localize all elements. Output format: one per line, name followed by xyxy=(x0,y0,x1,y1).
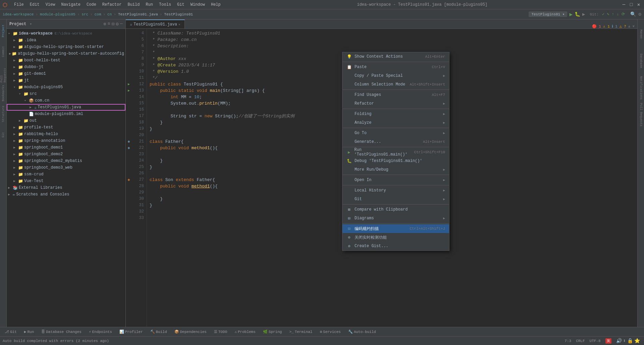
ctx-show-context-actions[interactable]: 💡 Show Context Actions Alt+Enter xyxy=(342,52,449,61)
tree-item-git-demo[interactable]: ▶ 📁 git-demo1 xyxy=(7,70,125,77)
close-button[interactable]: ✕ xyxy=(636,2,641,7)
bottom-tab-services[interactable]: ⚙ Services xyxy=(316,327,344,336)
scroll-down-icon[interactable]: ▼ xyxy=(632,24,635,28)
tree-item-vue[interactable]: ▶ 📁 Vue-Test xyxy=(7,178,125,184)
tree-item-idea[interactable]: ▶ 📁 .idea xyxy=(7,37,125,44)
status-charset[interactable]: UTF-8 xyxy=(588,339,602,343)
editor-tab-testplugins01[interactable]: ☕ TestPlugins01.java ✕ xyxy=(126,19,185,28)
menu-file[interactable]: File xyxy=(11,2,26,8)
tree-item-module-plugins05[interactable]: ▾ 📁 module-plugins05 xyxy=(7,84,125,91)
settings-button[interactable]: ⚙ xyxy=(639,11,641,17)
menu-git[interactable]: Git xyxy=(174,2,187,8)
tree-item-src[interactable]: ▾ 📁 src xyxy=(7,91,125,97)
menu-navigate[interactable]: Navigate xyxy=(58,2,83,8)
menu-code[interactable]: Code xyxy=(84,2,99,8)
tree-item-rabbitmq[interactable]: ▶ 📁 rabbitmq-hello xyxy=(7,131,125,137)
run-button[interactable]: ▶ xyxy=(569,11,573,18)
breadcrumb-src[interactable]: src xyxy=(82,12,88,16)
ctx-refactor[interactable]: Refactor ▶ xyxy=(342,99,449,108)
panel-locate-icon[interactable]: ⊕ xyxy=(103,21,106,27)
menu-refactor[interactable]: Refactor xyxy=(100,2,124,8)
ctx-git[interactable]: Git ▶ xyxy=(342,195,449,204)
tree-item-atguigu1[interactable]: ▶ 📁 atguigu-hello-spring-boot-starter xyxy=(7,44,125,50)
ctx-analyze[interactable]: Analyze ▶ xyxy=(342,118,449,127)
bottom-tab-todo[interactable]: ☰ TODO xyxy=(211,327,230,336)
panel-expand-icon[interactable]: ≡ xyxy=(107,21,110,27)
sidebar-item-pull-requests[interactable]: Pull Requests xyxy=(0,62,6,82)
tree-item-scratches[interactable]: ▶ ✏ Scratches and Consoles xyxy=(7,191,125,198)
tree-item-out[interactable]: ▶ 📁 out xyxy=(7,117,125,124)
search-everywhere-button[interactable]: 🔍 xyxy=(630,11,636,17)
breadcrumb-class[interactable]: TestPlugins01 xyxy=(164,12,193,16)
bottom-tab-problems[interactable]: ⚠ Problems xyxy=(231,327,259,336)
breadcrumb-com[interactable]: com xyxy=(95,12,101,16)
breadcrumb-workspace[interactable]: idea-workspace xyxy=(3,12,34,16)
ctx-run[interactable]: ▶ Run 'TestPlugins01.main()' Ctrl+Shift+… xyxy=(342,148,449,157)
maximize-button[interactable]: □ xyxy=(629,2,634,7)
ctx-local-history[interactable]: Local History ▶ xyxy=(342,186,449,195)
tree-item-boot-hello[interactable]: ▶ 📁 boot-hello-test xyxy=(7,57,125,64)
bottom-tab-build[interactable]: 🔨 Build xyxy=(147,327,170,336)
breadcrumb-module[interactable]: module-plugins05 xyxy=(40,12,75,16)
run-config-selector[interactable]: TestPlugins01 ▾ xyxy=(529,11,567,17)
status-lang[interactable]: 英 xyxy=(604,338,613,344)
bottom-tab-run[interactable]: ▶ Run xyxy=(21,327,37,336)
run-coverage-button[interactable]: ▶ xyxy=(582,11,585,17)
panel-close-icon[interactable]: ─ xyxy=(120,21,123,27)
menu-run[interactable]: Run xyxy=(143,2,156,8)
sidebar-item-git[interactable]: Git xyxy=(0,125,6,145)
bottom-tab-git[interactable]: ⎇ Git xyxy=(1,327,20,336)
menu-build[interactable]: Build xyxy=(125,2,142,8)
tree-item-springboot1[interactable]: ▶ 📁 springboot_demo1 xyxy=(7,144,125,151)
sidebar-maven[interactable]: Maven xyxy=(639,21,643,48)
ctx-go-to[interactable]: Go To ▶ xyxy=(342,129,449,137)
menu-tools[interactable]: Tools xyxy=(156,2,174,8)
ctx-create-gist[interactable]: ⊙ Create Gist... xyxy=(342,242,449,250)
tree-item-springboot2mybatis[interactable]: ▶ 📁 springboot_demo2_mybatis xyxy=(7,158,125,164)
menu-help[interactable]: Help xyxy=(208,2,223,8)
breadcrumb-file[interactable]: TestPlugins01.java xyxy=(118,12,158,16)
tree-item-springboot3web[interactable]: ▶ 📁 springboot_demo3_web xyxy=(7,164,125,171)
tree-item-iml[interactable]: ▶ 📄 module-plugins05.iml xyxy=(7,111,125,117)
breadcrumb-cn[interactable]: cn xyxy=(107,12,112,16)
debug-button[interactable]: 🐛 xyxy=(575,11,580,17)
tree-item-springboot2[interactable]: ▶ 📁 springboot_demo2 xyxy=(7,151,125,158)
menu-view[interactable]: View xyxy=(43,2,58,8)
ctx-debug[interactable]: 🐛 Debug 'TestPlugins01.main()' xyxy=(342,157,449,165)
tree-item-com-cn[interactable]: ▾ 📦 com.cn xyxy=(7,97,125,104)
tree-item-root[interactable]: ▾ 📁 idea-workspace E:\idea-workspace xyxy=(7,30,125,37)
bottom-tab-terminal[interactable]: >_ Terminal xyxy=(286,327,316,336)
tree-item-jt[interactable]: ▶ 📁 jt xyxy=(7,77,125,84)
panel-collapse-icon[interactable]: ⊟ xyxy=(112,21,114,27)
minimize-button[interactable]: ─ xyxy=(621,2,627,7)
tree-item-testplugins01[interactable]: ▶ ☕ TestPlugins01.java xyxy=(7,104,125,111)
ctx-paste[interactable]: 📋 Paste Ctrl+V xyxy=(342,63,449,71)
bottom-tab-endpoints[interactable]: ⚡ Endpoints xyxy=(86,327,115,336)
ctx-diagrams[interactable]: ⊟ Diagrams ▶ xyxy=(342,214,449,223)
ctx-generate[interactable]: Generate... Alt+Insert xyxy=(342,137,449,146)
tree-item-spring-annotation[interactable]: ▶ 📁 spring-annotation xyxy=(7,137,125,144)
ctx-more-run-debug[interactable]: More Run/Debug ▶ xyxy=(342,165,449,174)
sidebar-item-bookmarks[interactable]: Bookmarks xyxy=(0,83,6,103)
status-position[interactable]: 7:3 xyxy=(563,339,573,343)
ctx-close-detect[interactable]: ⊙ 关闭实时检测功能 xyxy=(342,233,449,242)
sidebar-item-project[interactable]: Project xyxy=(0,21,6,41)
tree-item-external-libs[interactable]: ▶ 📚 External Libraries xyxy=(7,184,125,191)
bottom-tab-profiler[interactable]: 📊 Profiler xyxy=(116,327,146,336)
status-crlf[interactable]: CRLF xyxy=(575,339,586,343)
scroll-up-icon[interactable]: ▲ xyxy=(628,24,631,28)
menu-edit[interactable]: Edit xyxy=(27,2,42,8)
ctx-copy-paste-special[interactable]: Copy / Paste Special ▶ xyxy=(342,71,449,80)
menu-window[interactable]: Window xyxy=(188,2,208,8)
tree-item-dubbo[interactable]: ▶ 📁 dubbo-jt xyxy=(7,64,125,70)
project-dropdown-icon[interactable]: ▾ xyxy=(30,22,32,26)
ctx-compare-clipboard[interactable]: ⊞ Compare with Clipboard xyxy=(342,205,449,214)
ctx-bianma[interactable]: ⊟ 编码规约扫描 Ctrl+Alt+Shift+J xyxy=(342,224,449,233)
ctx-column-selection[interactable]: Column Selection Mode Alt+Shift+Insert xyxy=(342,80,449,89)
tree-item-profile-test[interactable]: ▶ 📁 profile-test xyxy=(7,124,125,131)
bottom-tab-db-changes[interactable]: 🗄 Database Changes xyxy=(38,327,85,336)
bottom-tab-auto-build[interactable]: 🔧 Auto-build xyxy=(345,327,379,336)
sidebar-item-structure[interactable]: Structure xyxy=(0,104,6,124)
bottom-tab-spring[interactable]: 🌿 Spring xyxy=(260,327,285,336)
sidebar-item-commit[interactable]: Commit xyxy=(0,42,6,62)
